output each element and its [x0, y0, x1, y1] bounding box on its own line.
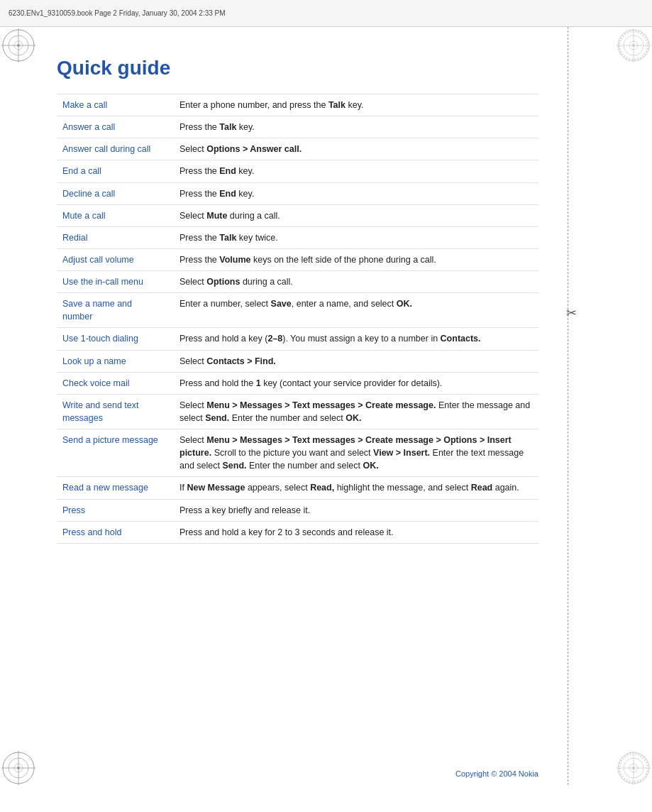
guide-label: Press and hold — [57, 521, 174, 543]
deco-circle-br — [615, 750, 652, 786]
footer: Copyright © 2004 Nokia — [455, 769, 538, 778]
deco-circle-bl — [0, 750, 37, 786]
deco-circle-tr — [615, 27, 652, 64]
guide-label: Read a new message — [57, 477, 174, 499]
deco-circle-tl — [0, 27, 37, 64]
guide-label: Send a picture message — [57, 429, 174, 477]
guide-description: Press a key briefly and release it. — [174, 499, 538, 521]
header-text: 6230.ENv1_9310059.book Page 2 Friday, Ja… — [9, 9, 226, 17]
guide-row: Read a new messageIf New Message appears… — [57, 477, 538, 499]
guide-description: Select Menu > Messages > Text messages >… — [174, 394, 538, 429]
guide-row: Save a name and numberEnter a number, se… — [57, 293, 538, 328]
guide-row: Answer a callPress the Talk key. — [57, 116, 538, 138]
guide-description: Press and hold a key (2–8). You must ass… — [174, 328, 538, 350]
guide-description: Press the Talk key. — [174, 116, 538, 138]
guide-description: Press the End key. — [174, 160, 538, 182]
guide-label: Redial — [57, 226, 174, 248]
guide-row: Check voice mailPress and hold the 1 key… — [57, 372, 538, 394]
guide-row: RedialPress the Talk key twice. — [57, 226, 538, 248]
guide-description: Press the Talk key twice. — [174, 226, 538, 248]
guide-description: Press and hold a key for 2 to 3 seconds … — [174, 521, 538, 543]
guide-row: Adjust call volumePress the Volume keys … — [57, 248, 538, 270]
guide-label: Write and send text messages — [57, 394, 174, 429]
guide-label: Use the in-call menu — [57, 271, 174, 293]
guide-label: End a call — [57, 160, 174, 182]
guide-row: Answer call during callSelect Options > … — [57, 138, 538, 160]
guide-description: Select Contacts > Find. — [174, 350, 538, 372]
guide-description: Enter a phone number, and press the Talk… — [174, 94, 538, 116]
guide-label: Make a call — [57, 94, 174, 116]
guide-label: Use 1-touch dialing — [57, 328, 174, 350]
guide-row: Press and holdPress and hold a key for 2… — [57, 521, 538, 543]
guide-description: Select Options during a call. — [174, 271, 538, 293]
dashed-line — [568, 27, 568, 785]
guide-description: Press and hold the 1 key (contact your s… — [174, 372, 538, 394]
guide-row: Write and send text messagesSelect Menu … — [57, 394, 538, 429]
page-title: Quick guide — [57, 57, 538, 79]
guide-table: Make a callEnter a phone number, and pre… — [57, 94, 538, 544]
guide-row: Make a callEnter a phone number, and pre… — [57, 94, 538, 116]
guide-description: Select Mute during a call. — [174, 204, 538, 226]
guide-label: Adjust call volume — [57, 248, 174, 270]
page: 6230.ENv1_9310059.book Page 2 Friday, Ja… — [0, 0, 652, 812]
guide-description: If New Message appears, select Read, hig… — [174, 477, 538, 499]
guide-label: Press — [57, 499, 174, 521]
guide-row: Use 1-touch dialingPress and hold a key … — [57, 328, 538, 350]
guide-row: Use the in-call menuSelect Options durin… — [57, 271, 538, 293]
guide-label: Save a name and number — [57, 293, 174, 328]
guide-row: End a callPress the End key. — [57, 160, 538, 182]
guide-row: Send a picture messageSelect Menu > Mess… — [57, 429, 538, 477]
guide-description: Enter a number, select Save, enter a nam… — [174, 293, 538, 328]
guide-description: Select Options > Answer call. — [174, 138, 538, 160]
guide-row: Look up a nameSelect Contacts > Find. — [57, 350, 538, 372]
guide-description: Select Menu > Messages > Text messages >… — [174, 429, 538, 477]
guide-description: Press the Volume keys on the left side o… — [174, 248, 538, 270]
guide-row: Decline a callPress the End key. — [57, 182, 538, 204]
guide-description: Press the End key. — [174, 182, 538, 204]
header-bar: 6230.ENv1_9310059.book Page 2 Friday, Ja… — [0, 0, 652, 27]
guide-label: Answer call during call — [57, 138, 174, 160]
guide-row: Mute a callSelect Mute during a call. — [57, 204, 538, 226]
guide-row: PressPress a key briefly and release it. — [57, 499, 538, 521]
guide-label: Check voice mail — [57, 372, 174, 394]
main-content: Quick guide Make a callEnter a phone num… — [57, 57, 538, 755]
guide-label: Decline a call — [57, 182, 174, 204]
scissors-icon: ✂ — [566, 305, 577, 321]
guide-label: Answer a call — [57, 116, 174, 138]
guide-label: Mute a call — [57, 204, 174, 226]
guide-label: Look up a name — [57, 350, 174, 372]
